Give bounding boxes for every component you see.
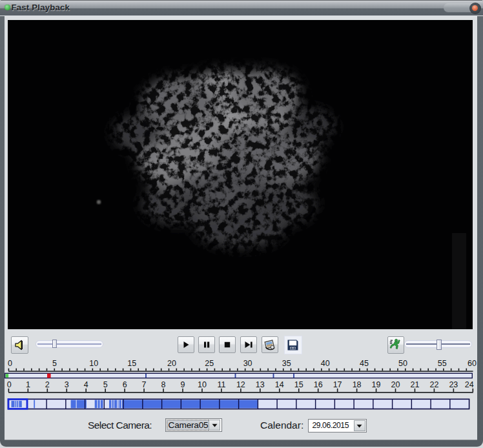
svg-text:10: 10 [198,380,207,389]
svg-text:20: 20 [391,380,400,389]
svg-text:11: 11 [217,380,225,389]
svg-text:50: 50 [398,359,407,368]
svg-text:0: 0 [7,380,12,389]
svg-text:14: 14 [275,380,284,389]
svg-text:18: 18 [353,380,362,389]
svg-text:17: 17 [333,380,342,389]
svg-text:5: 5 [52,359,57,368]
svg-text:0: 0 [8,359,12,368]
svg-text:7: 7 [142,380,147,389]
svg-text:22: 22 [429,380,438,389]
svg-text:30: 30 [243,359,252,368]
svg-text:21: 21 [411,380,420,389]
svg-text:10: 10 [89,359,98,368]
svg-text:35: 35 [282,359,291,368]
svg-text:5: 5 [103,380,108,389]
svg-text:20: 20 [167,359,176,368]
svg-text:40: 40 [321,359,330,368]
svg-text:8: 8 [161,380,166,389]
svg-text:2: 2 [45,380,50,389]
svg-text:24: 24 [465,380,474,389]
svg-text:13: 13 [256,380,265,389]
svg-text:6: 6 [123,380,127,389]
svg-text:16: 16 [314,380,323,389]
svg-text:15: 15 [127,359,136,368]
svg-text:3: 3 [65,380,69,389]
svg-text:19: 19 [372,380,381,389]
svg-text:23: 23 [449,380,458,389]
svg-text:55: 55 [438,359,447,368]
svg-text:25: 25 [205,359,214,368]
svg-text:9: 9 [181,380,185,389]
svg-text:12: 12 [236,380,245,389]
svg-text:4: 4 [84,380,88,389]
svg-text:45: 45 [360,359,369,368]
svg-text:1: 1 [26,380,30,389]
svg-text:60: 60 [468,359,477,368]
svg-text:15: 15 [294,380,303,389]
